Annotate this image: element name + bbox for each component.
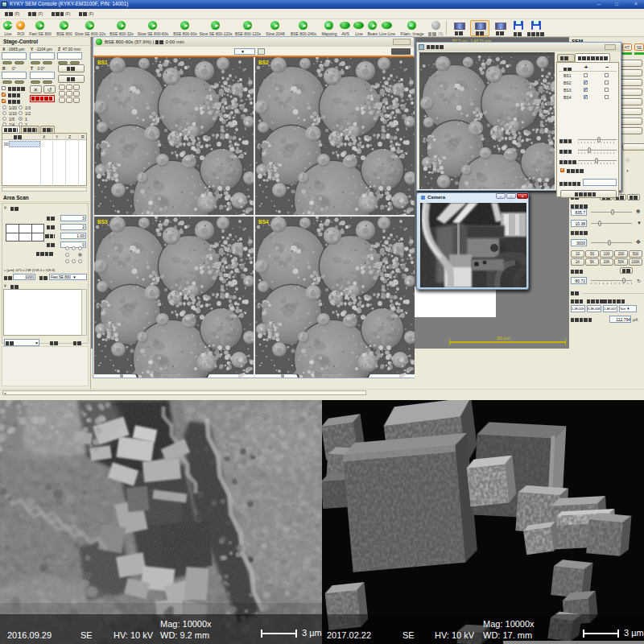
svg-text:BS4: BS4 [258,219,269,225]
svg-text:BS3: BS3 [97,219,108,225]
svg-text:BS1: BS1 [97,60,108,65]
svg-text:BS2: BS2 [258,60,269,65]
